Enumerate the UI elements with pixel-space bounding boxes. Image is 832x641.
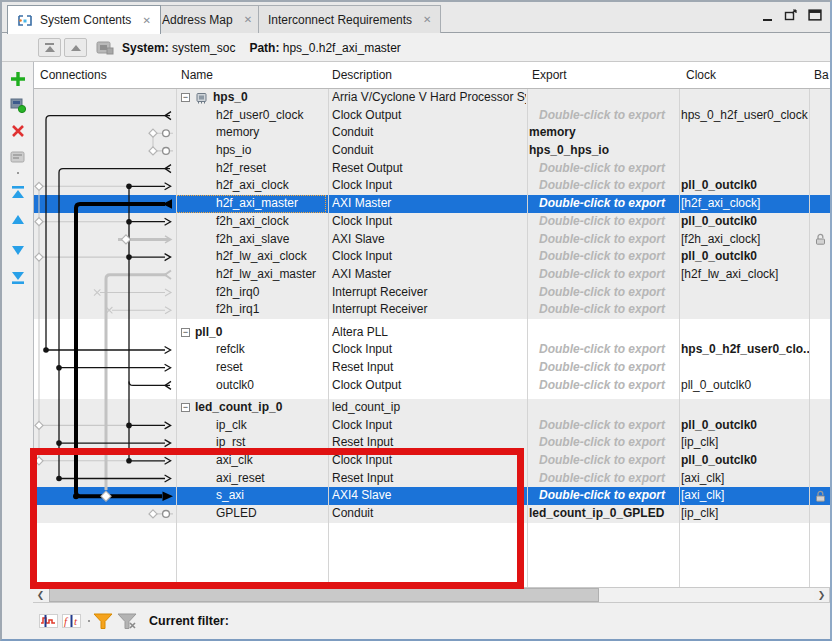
- row-export-cell[interactable]: Double-click to export: [527, 452, 677, 470]
- column-header-export[interactable]: Export: [532, 62, 567, 88]
- tab-address-map[interactable]: Address Map ✕: [152, 5, 262, 33]
- row-clock-cell[interactable]: pll_0_outclk0: [681, 248, 809, 266]
- row-clock-cell[interactable]: [axi_clk]: [681, 487, 809, 505]
- row-name-cell[interactable]: f2h_axi_slave: [176, 231, 326, 249]
- row-export-cell[interactable]: hps_0_hps_io: [527, 142, 677, 160]
- row-name-cell[interactable]: ip_clk: [176, 417, 326, 435]
- row-name-cell[interactable]: h2f_lw_axi_clock: [176, 248, 326, 266]
- row-name-cell[interactable]: f2h_irq0: [176, 284, 326, 302]
- move-up-icon[interactable]: [9, 212, 27, 230]
- row-name-cell[interactable]: s_axi: [176, 487, 326, 505]
- maximize-icon[interactable]: [808, 9, 822, 21]
- timing-waveform-icon[interactable]: [39, 613, 58, 629]
- fmax-icon[interactable]: f t: [62, 613, 81, 629]
- row-clock-cell[interactable]: pll_0_outclk0: [681, 177, 809, 195]
- row-export-cell[interactable]: Double-click to export: [527, 195, 677, 213]
- remove-icon[interactable]: [9, 122, 27, 140]
- filter-funnel-icon[interactable]: [93, 613, 113, 630]
- expand-box[interactable]: −: [181, 93, 190, 102]
- row-name-cell[interactable]: f2h_axi_clock: [176, 213, 326, 231]
- row-export-cell[interactable]: Double-click to export: [527, 248, 677, 266]
- row-clock-cell[interactable]: pll_0_outclk0: [681, 377, 809, 395]
- column-header-connections[interactable]: Connections: [40, 62, 107, 88]
- row-name-cell[interactable]: axi_clk: [176, 452, 326, 470]
- scroll-left-icon[interactable]: ❮: [33, 588, 48, 602]
- row-clock-cell[interactable]: [681, 284, 809, 302]
- row-clock-cell[interactable]: [ip_clk]: [681, 505, 809, 523]
- expand-box[interactable]: −: [181, 328, 190, 337]
- row-clock-cell[interactable]: [681, 124, 809, 142]
- tab-close-icon[interactable]: ✕: [419, 14, 431, 25]
- row-export-cell[interactable]: memory: [527, 124, 677, 142]
- add-component-icon[interactable]: [9, 96, 27, 114]
- move-to-bottom-icon[interactable]: [9, 268, 27, 286]
- column-header-clock[interactable]: Clock: [686, 62, 716, 88]
- row-export-cell[interactable]: Double-click to export: [527, 213, 677, 231]
- row-clock-cell[interactable]: [f2h_axi_clock]: [681, 231, 809, 249]
- column-divider[interactable]: [679, 62, 680, 587]
- collapse-button[interactable]: [38, 38, 61, 57]
- column-header-name[interactable]: Name: [181, 62, 213, 88]
- row-export-cell[interactable]: Double-click to export: [527, 417, 677, 435]
- move-down-icon[interactable]: [9, 240, 27, 258]
- row-clock-cell[interactable]: pll_0_outclk0: [681, 417, 809, 435]
- row-clock-cell[interactable]: [681, 324, 809, 342]
- edit-icon[interactable]: [9, 148, 27, 166]
- row-export-cell[interactable]: Double-click to export: [527, 377, 677, 395]
- row-clock-cell[interactable]: [681, 359, 809, 377]
- row-name-cell[interactable]: axi_reset: [176, 470, 326, 488]
- tab-close-icon[interactable]: ✕: [138, 15, 150, 26]
- column-header-base[interactable]: Ba: [814, 62, 829, 88]
- column-divider[interactable]: [527, 62, 528, 587]
- scrollbar-thumb[interactable]: [49, 588, 599, 602]
- row-export-cell[interactable]: Double-click to export: [527, 301, 677, 319]
- row-name-cell[interactable]: refclk: [176, 341, 326, 359]
- float-window-icon[interactable]: [784, 9, 798, 21]
- row-export-cell[interactable]: Double-click to export: [527, 266, 677, 284]
- tab-system-contents[interactable]: System Contents ✕: [7, 5, 161, 34]
- row-name-cell[interactable]: ip_rst: [176, 434, 326, 452]
- row-name-cell[interactable]: reset: [176, 359, 326, 377]
- column-divider[interactable]: [809, 62, 810, 587]
- scroll-right-icon[interactable]: ❯: [814, 588, 829, 602]
- clear-filter-icon[interactable]: [117, 613, 137, 630]
- row-clock-cell[interactable]: [681, 399, 809, 417]
- row-name-cell[interactable]: h2f_lw_axi_master: [176, 266, 326, 284]
- row-clock-cell[interactable]: [h2f_lw_axi_clock]: [681, 266, 809, 284]
- row-clock-cell[interactable]: pll_0_outclk0: [681, 213, 809, 231]
- row-export-cell[interactable]: [527, 324, 677, 342]
- row-name-cell[interactable]: h2f_axi_clock: [176, 177, 326, 195]
- row-clock-cell[interactable]: [axi_clk]: [681, 470, 809, 488]
- column-header-description[interactable]: Description: [332, 62, 392, 88]
- row-name-cell[interactable]: hps_io: [176, 142, 326, 160]
- row-export-cell[interactable]: Double-click to export: [527, 341, 677, 359]
- row-name-cell[interactable]: h2f_user0_clock: [176, 107, 326, 125]
- minimize-icon[interactable]: [760, 9, 774, 21]
- row-name-cell[interactable]: GPLED: [176, 505, 326, 523]
- component-stamp-icon[interactable]: [94, 38, 116, 57]
- row-name-cell[interactable]: memory: [176, 124, 326, 142]
- row-clock-cell[interactable]: [681, 142, 809, 160]
- row-export-cell[interactable]: Double-click to export: [527, 284, 677, 302]
- row-name-cell[interactable]: h2f_axi_master: [176, 195, 326, 213]
- row-export-cell[interactable]: Double-click to export: [527, 359, 677, 377]
- row-name-cell[interactable]: − hps_0: [176, 89, 326, 107]
- row-clock-cell[interactable]: pll_0_outclk0: [681, 452, 809, 470]
- row-export-cell[interactable]: Double-click to export: [527, 231, 677, 249]
- add-icon[interactable]: [9, 70, 27, 88]
- tab-interconnect-requirements[interactable]: Interconnect Requirements ✕: [258, 5, 441, 33]
- row-clock-cell[interactable]: [681, 301, 809, 319]
- row-export-cell[interactable]: [527, 89, 677, 107]
- row-export-cell[interactable]: Double-click to export: [527, 160, 677, 178]
- row-name-cell[interactable]: outclk0: [176, 377, 326, 395]
- column-divider[interactable]: [176, 62, 177, 587]
- move-up-button[interactable]: [64, 38, 87, 57]
- row-clock-cell[interactable]: [681, 160, 809, 178]
- row-name-cell[interactable]: − led_count_ip_0: [176, 399, 326, 417]
- move-to-top-icon[interactable]: [9, 184, 27, 202]
- row-export-cell[interactable]: Double-click to export: [527, 107, 677, 125]
- row-name-cell[interactable]: f2h_irq1: [176, 301, 326, 319]
- row-clock-cell[interactable]: [ip_clk]: [681, 434, 809, 452]
- row-export-cell[interactable]: Double-click to export: [527, 470, 677, 488]
- row-clock-cell[interactable]: hps_0_h2f_user0_clock: [681, 107, 809, 125]
